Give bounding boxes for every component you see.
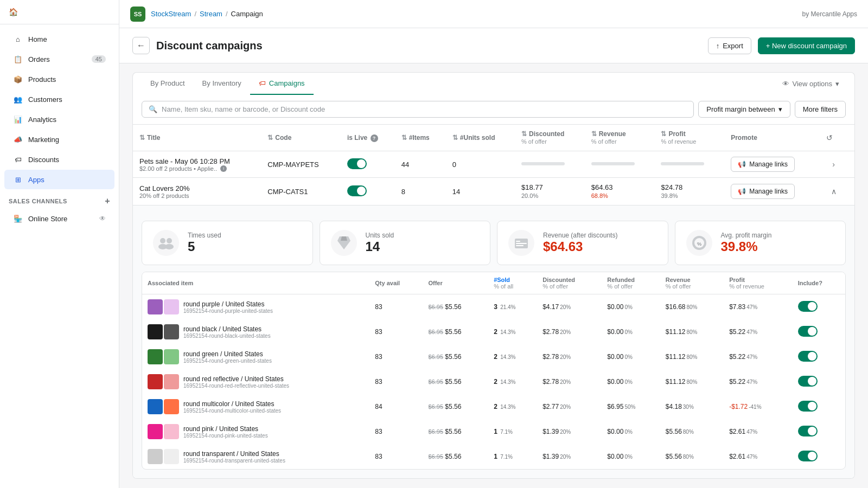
tab-by-inventory[interactable]: By Inventory	[194, 73, 250, 95]
view-options-button[interactable]: 👁 View options ▾	[776, 76, 846, 91]
campaign-live-cell	[341, 178, 395, 206]
search-input[interactable]	[162, 105, 687, 113]
col-refresh: ↺	[820, 125, 854, 151]
item-offer-cell: $6.95 $5.56	[423, 419, 488, 444]
avg-profit-icon: %	[686, 230, 712, 256]
info-icon: i	[220, 165, 227, 172]
include-toggle[interactable]	[798, 426, 818, 436]
breadcrumb-app[interactable]: StockStream	[151, 10, 191, 18]
sidebar-item-discounts[interactable]: 🏷 Discounts	[4, 150, 114, 169]
page-title: Discount campaigns	[156, 40, 701, 52]
expand-row-button[interactable]: ›	[826, 157, 841, 172]
include-toggle[interactable]	[798, 376, 818, 387]
tab-by-product[interactable]: By Product	[142, 73, 194, 95]
times-used-icon	[153, 230, 179, 256]
sub-table-inner: Associated item Qty avail Offer #Sold% o…	[142, 272, 845, 469]
revenue-label: Revenue (after discounts)	[543, 232, 617, 239]
product-thumb-2	[164, 449, 179, 464]
add-sales-channel-button[interactable]: +	[105, 196, 110, 206]
item-refunded-cell: $6.9550%	[602, 394, 660, 419]
item-refunded-cell: $0.000%	[602, 319, 660, 344]
campaign-units-cell: 14	[446, 178, 515, 206]
sub-col-offer: Offer	[423, 272, 488, 294]
original-price: $6.95	[428, 403, 443, 410]
item-sold-cell: 1 7.1%	[488, 419, 537, 444]
include-toggle[interactable]	[798, 326, 818, 337]
item-profit-cell: $5.2247%	[724, 319, 793, 344]
topbar-by-label: by Mercantile Apps	[802, 10, 857, 18]
sidebar-item-label: Home	[28, 35, 47, 43]
sidebar-item-label: Discounts	[28, 156, 59, 164]
svg-text:%: %	[697, 241, 701, 247]
collapse-row-button[interactable]: ∧	[826, 184, 841, 199]
campaigns-tag-icon: 🏷	[259, 79, 266, 87]
revenue-value: $64.63	[543, 239, 617, 254]
item-name-cell: round multicolor / United States 1695215…	[142, 394, 369, 419]
live-toggle[interactable]	[347, 158, 367, 169]
offer-price: $5.56	[445, 303, 461, 311]
item-profit-cell: -$1.72-41%	[724, 394, 793, 419]
item-sku: 16952154-round-multicolor-united-states	[183, 408, 281, 414]
item-discounted-cell: $4.1720%	[537, 294, 602, 320]
include-toggle[interactable]	[798, 401, 818, 412]
include-toggle[interactable]	[798, 451, 818, 461]
more-filters-button[interactable]: More filters	[795, 101, 846, 118]
export-button[interactable]: ↑ Export	[708, 37, 751, 54]
sub-col-discounted: Discounted% of offer	[537, 272, 602, 294]
col-promote: Promote	[724, 125, 819, 151]
item-sold-cell: 2 14.3%	[488, 394, 537, 419]
stat-card-times-used: Times used 5	[142, 221, 313, 265]
campaign-discounted-cell: $18.7720.0%	[515, 178, 585, 206]
item-name-cell: round pink / United States 16952154-roun…	[142, 419, 369, 444]
revenue-icon	[508, 230, 534, 256]
sidebar-item-orders[interactable]: 📋 Orders 45	[4, 49, 114, 69]
back-button[interactable]: ←	[132, 37, 150, 54]
item-sold-cell: 2 14.3%	[488, 369, 537, 394]
store-icon: 🏠	[9, 8, 18, 16]
topbar: SS StockStream / Stream / Campaign by Me…	[119, 0, 868, 28]
sidebar: 🏠 ⌂ Home 📋 Orders 45 📦 Products 👥 Custom…	[0, 0, 119, 488]
profit-margin-filter-button[interactable]: Profit margin between ▾	[698, 101, 790, 118]
times-used-value: 5	[188, 239, 221, 254]
original-price: $6.95	[428, 428, 443, 435]
original-price: $6.95	[428, 354, 443, 360]
product-thumb-2	[164, 374, 179, 389]
manage-links-button[interactable]: 📢 Manage links	[731, 184, 795, 199]
online-store-settings-icon[interactable]: 👁	[99, 215, 106, 222]
sidebar-item-analytics[interactable]: 📊 Analytics	[4, 110, 114, 129]
search-input-wrap[interactable]: 🔍	[142, 101, 694, 118]
sidebar-item-customers[interactable]: 👥 Customers	[4, 89, 114, 109]
item-name: round purple / United States	[183, 300, 273, 308]
sidebar-nav: ⌂ Home 📋 Orders 45 📦 Products 👥 Customer…	[0, 24, 119, 488]
sub-col-refunded: Refunded% of offer	[602, 272, 660, 294]
include-toggle[interactable]	[798, 351, 818, 362]
sidebar-item-apps[interactable]: ⊞ Apps	[4, 170, 114, 189]
manage-links-button[interactable]: 📢 Manage links	[731, 157, 795, 172]
new-campaign-button[interactable]: + New discount campaign	[758, 37, 855, 54]
tab-campaigns[interactable]: 🏷 Campaigns	[250, 73, 314, 95]
stat-card-revenue: Revenue (after discounts) $64.63	[497, 221, 668, 265]
item-name-cell: round transparent / United States 169521…	[142, 444, 369, 469]
products-icon: 📦	[13, 74, 23, 84]
item-profit-cell: $5.2247%	[724, 344, 793, 369]
include-toggle[interactable]	[798, 301, 818, 312]
breadcrumb-current: Campaign	[231, 10, 263, 18]
offer-price: $5.56	[445, 353, 461, 361]
svg-marker-5	[341, 236, 347, 241]
live-toggle[interactable]	[347, 185, 367, 196]
analytics-icon: 📊	[13, 114, 23, 124]
sidebar-item-label: Marketing	[28, 136, 59, 144]
sidebar-item-marketing[interactable]: 📣 Marketing	[4, 130, 114, 149]
sidebar-item-products[interactable]: 📦 Products	[4, 69, 114, 89]
sidebar-item-online-store[interactable]: 🏪 Online Store 👁	[4, 209, 114, 228]
item-revenue-cell: $4.1830%	[660, 394, 724, 419]
breadcrumb-stream[interactable]: Stream	[200, 10, 222, 18]
table-row: Cat Lovers 20% 20% off 2 products CMP-CA…	[133, 178, 854, 206]
offer-price: $5.56	[445, 403, 461, 410]
breadcrumb: SS StockStream / Stream / Campaign	[130, 7, 798, 22]
sidebar-item-label: Customers	[28, 95, 62, 104]
refresh-button[interactable]: ↺	[826, 133, 833, 142]
svg-point-1	[167, 238, 172, 243]
item-sold-cell: 3 21.4%	[488, 294, 537, 320]
sidebar-item-home[interactable]: ⌂ Home	[4, 29, 114, 49]
